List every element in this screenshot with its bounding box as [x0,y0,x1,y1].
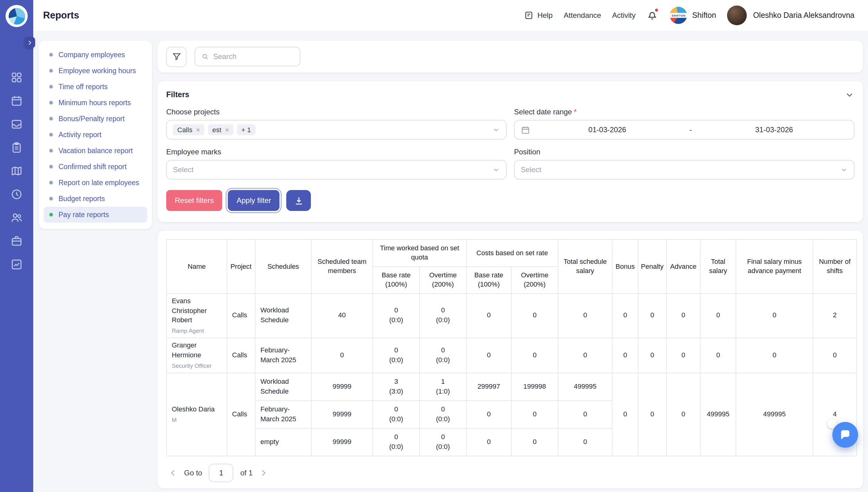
notifications-bell-icon[interactable] [647,9,659,22]
employee-marks-field: Employee marks Select [166,148,507,179]
company-logo[interactable] [5,5,28,27]
clock-icon[interactable] [10,188,23,200]
help-label: Help [537,11,553,20]
user-name: Oleshko Daria Aleksandrovna [753,11,854,20]
topbar: Reports Help Attendance Activity SHIFTON… [33,0,868,31]
reports-chart-icon[interactable] [10,258,23,271]
bullet-icon [49,85,53,89]
page-number-input[interactable] [209,464,234,482]
collapse-filters-chevron-icon[interactable] [845,90,854,100]
col-header-project: Project [227,240,255,293]
activity-link[interactable]: Activity [612,11,636,20]
table-row: Evans Christopher RobertRamp Agent Calls… [166,293,857,338]
chevron-down-icon [492,126,500,133]
date-to-value[interactable]: 31-03-2026 [701,125,848,134]
apply-filter-button[interactable]: Apply filter [228,190,280,211]
funnel-icon [171,52,181,62]
remove-tag-icon[interactable]: × [196,126,200,133]
employee-marks-select[interactable]: Select [166,160,507,179]
col-group-costs: Costs based on set rate [466,240,558,267]
user-avatar [727,5,747,25]
bullet-icon [49,117,53,121]
filters-panel: Filters Choose projects Calls × est [158,81,863,222]
menu-item-vacation-balance-report[interactable]: Vacation balance report [44,143,147,159]
calendar-icon[interactable] [10,95,23,107]
menu-item-bonus-penalty-report[interactable]: Bonus/Penalty report [44,111,147,127]
col-header-name: Name [166,240,227,293]
search-box [194,47,300,67]
more-projects-tag[interactable]: + 1 [237,124,255,135]
help-icon [524,10,534,20]
filter-toggle-button[interactable] [166,46,187,67]
pay-rate-table: Name Project Schedules Scheduled team me… [166,239,857,456]
choose-projects-label: Choose projects [166,107,507,116]
company-logo-swirl-icon [8,8,25,24]
position-label: Position [514,148,854,156]
remove-tag-icon[interactable]: × [225,126,229,133]
bullet-icon [49,149,53,152]
menu-item-report-on-late-employees[interactable]: Report on late employees [44,175,147,191]
users-icon[interactable] [10,212,23,224]
employee-cell: Oleshko DariaM [166,373,227,456]
sidebar-expand-button[interactable] [25,37,35,48]
reports-menu: Company employees Employee working hours… [39,41,152,229]
bullet-icon [49,213,53,217]
app-root: Reports Help Attendance Activity SHIFTON… [0,0,868,492]
employee-cell: Granger HermioneSecurity Officer [166,338,227,373]
col-header-bonus: Bonus [612,240,638,293]
filters-title: Filters [166,91,189,99]
position-select[interactable]: Select [514,160,854,179]
inbox-icon[interactable] [10,118,23,130]
reset-filters-button[interactable]: Reset filters [166,190,222,211]
date-range-picker[interactable]: 01-03-2026 - 31-03-2026 [514,120,854,140]
bullet-icon [49,181,53,184]
bullet-icon [49,101,53,104]
attendance-link[interactable]: Attendance [564,11,601,20]
menu-item-pay-rate-reports[interactable]: Pay rate reports [44,207,147,223]
col-header-shifts: Number of shifts [813,240,857,293]
menu-item-activity-report[interactable]: Activity report [44,127,147,143]
chat-widget-button[interactable] [832,422,858,448]
download-icon [294,195,304,206]
projects-multiselect[interactable]: Calls × est × + 1 [166,120,507,140]
menu-item-company-employees[interactable]: Company employees [44,47,147,63]
help-link[interactable]: Help [524,10,553,20]
menu-item-time-off-reports[interactable]: Time off reports [44,79,147,95]
col-header-base-rate-cost: Base rate (100%) [466,267,511,294]
project-tag: est × [208,124,233,135]
clipboard-icon[interactable] [10,142,23,154]
dashboard-icon[interactable] [10,71,23,84]
company-switcher[interactable]: SHIFTON Shifton [670,7,716,24]
employee-cell: Evans Christopher RobertRamp Agent [166,293,227,338]
table-row: Granger HermioneSecurity Officer Calls F… [166,338,857,373]
col-header-schedules: Schedules [255,240,311,293]
date-range-label: Select date range [514,107,572,116]
menu-item-minimum-hours-reports[interactable]: Minimum hours reports [44,95,147,111]
table-row: Oleshko DariaM Calls Workload Schedule 9… [166,373,857,401]
next-page-icon[interactable] [259,469,268,477]
previous-page-icon[interactable] [169,469,177,477]
map-icon[interactable] [10,165,23,177]
menu-item-employee-working-hours[interactable]: Employee working hours [44,63,147,79]
col-header-members: Scheduled team members [311,240,373,293]
menu-item-budget-reports[interactable]: Budget reports [44,191,147,207]
user-menu[interactable]: Oleshko Daria Aleksandrovna [727,5,854,25]
menu-item-confirmed-shift-report[interactable]: Confirmed shift report [44,159,147,175]
date-range-field: Select date range * 01-03-2026 - 31-03-2… [514,107,854,140]
col-header-penalty: Penalty [638,240,666,293]
required-mark: * [574,107,577,116]
date-from-value[interactable]: 01-03-2026 [534,125,681,134]
page-title: Reports [43,10,79,21]
bullet-icon [49,133,53,137]
company-name: Shifton [692,11,716,20]
export-download-button[interactable] [286,190,311,211]
col-header-total-salary: Total salary [700,240,736,293]
col-header-overtime-cost: Overtime (200%) [511,267,558,294]
briefcase-icon[interactable] [10,235,23,247]
pagination: Go to of 1 [166,464,854,482]
col-header-total-schedule-salary: Total schedule salary [558,240,612,293]
chat-bubble-icon [839,429,851,441]
calendar-icon [521,125,530,134]
search-input[interactable] [213,52,294,61]
page-count-label: of 1 [240,469,253,477]
